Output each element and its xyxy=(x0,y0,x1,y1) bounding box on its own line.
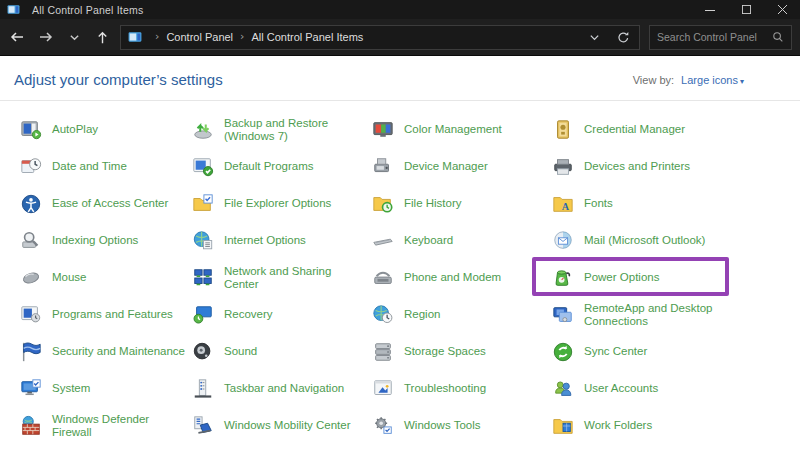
item-mail-microsoft-outlook[interactable]: Mail (Microsoft Outlook) xyxy=(552,222,790,259)
fonts-icon: A xyxy=(552,193,574,215)
item-label: Mail (Microsoft Outlook) xyxy=(584,234,705,247)
color-management-icon xyxy=(372,119,394,141)
item-label: File History xyxy=(404,197,462,210)
breadcrumb-separator: › xyxy=(240,30,244,43)
address-bar[interactable]: › Control Panel › All Control Panel Item… xyxy=(120,25,640,50)
window-controls xyxy=(692,0,800,19)
breadcrumb-root[interactable]: Control Panel xyxy=(166,31,233,43)
view-by-dropdown[interactable]: Large icons▾ xyxy=(681,74,744,86)
item-indexing-options[interactable]: Indexing Options xyxy=(20,222,192,259)
devices-printers-icon xyxy=(552,156,574,178)
item-windows-tools[interactable]: Windows Tools xyxy=(372,407,552,444)
item-phone-and-modem[interactable]: Phone and Modem xyxy=(372,259,552,296)
nav-arrows xyxy=(0,26,120,48)
item-label: Backup and Restore(Windows 7) xyxy=(224,117,328,143)
item-system[interactable]: System xyxy=(20,370,192,407)
item-taskbar-and-navigation[interactable]: Taskbar and Navigation xyxy=(192,370,372,407)
item-file-explorer-options[interactable]: File Explorer Options xyxy=(192,185,372,222)
item-network-and-sharing-center[interactable]: Network and SharingCenter xyxy=(192,259,372,296)
item-keyboard[interactable]: Keyboard xyxy=(372,222,552,259)
item-label: User Accounts xyxy=(584,382,658,395)
item-device-manager[interactable]: Device Manager xyxy=(372,148,552,185)
window-title: All Control Panel Items xyxy=(32,4,143,16)
mobility-center-icon xyxy=(192,415,214,437)
item-devices-and-printers[interactable]: Devices and Printers xyxy=(552,148,790,185)
sound-icon xyxy=(192,341,214,363)
maximize-button[interactable] xyxy=(728,0,764,19)
item-user-accounts[interactable]: User Accounts xyxy=(552,370,790,407)
item-color-management[interactable]: Color Management xyxy=(372,111,552,148)
search-input[interactable] xyxy=(657,31,772,43)
work-folders-icon xyxy=(552,415,574,437)
item-label: Windows DefenderFirewall xyxy=(52,413,149,439)
item-sync-center[interactable]: Sync Center xyxy=(552,333,790,370)
up-button[interactable] xyxy=(92,26,114,48)
item-ease-of-access-center[interactable]: Ease of Access Center xyxy=(20,185,192,222)
backup-restore-icon xyxy=(192,119,214,141)
indexing-options-icon xyxy=(20,230,42,252)
item-label: Windows Mobility Center xyxy=(224,419,351,432)
item-region[interactable]: Region xyxy=(372,296,552,333)
user-accounts-icon xyxy=(552,378,574,400)
item-file-history[interactable]: File History xyxy=(372,185,552,222)
item-label: Devices and Printers xyxy=(584,160,690,173)
item-label: Keyboard xyxy=(404,234,453,247)
internet-options-icon xyxy=(192,230,214,252)
item-internet-options[interactable]: Internet Options xyxy=(192,222,372,259)
item-credential-manager[interactable]: Credential Manager xyxy=(552,111,790,148)
title-bar: All Control Panel Items xyxy=(0,0,800,19)
close-button[interactable] xyxy=(764,0,800,19)
item-label: Programs and Features xyxy=(52,308,173,321)
system-icon xyxy=(20,378,42,400)
item-windows-mobility-center[interactable]: Windows Mobility Center xyxy=(192,407,372,444)
item-fonts[interactable]: AFonts xyxy=(552,185,790,222)
autoplay-icon xyxy=(20,119,42,141)
recovery-icon xyxy=(192,304,214,326)
breadcrumb-current[interactable]: All Control Panel Items xyxy=(251,31,363,43)
recent-locations-button[interactable] xyxy=(63,26,85,48)
item-autoplay[interactable]: AutoPlay xyxy=(20,111,192,148)
item-recovery[interactable]: Recovery xyxy=(192,296,372,333)
item-sound[interactable]: Sound xyxy=(192,333,372,370)
view-by-label: View by: xyxy=(633,74,674,86)
minimize-button[interactable] xyxy=(692,0,728,19)
forward-button[interactable] xyxy=(35,26,57,48)
item-remoteapp-and-desktop-connections[interactable]: RemoteApp and DesktopConnections xyxy=(552,296,790,333)
search-icon[interactable] xyxy=(772,31,784,43)
item-label: Security and Maintenance xyxy=(52,345,185,358)
date-time-icon xyxy=(20,156,42,178)
page-title: Adjust your computer’s settings xyxy=(14,71,223,88)
item-windows-defender-firewall[interactable]: Windows DefenderFirewall xyxy=(20,407,192,444)
file-history-icon xyxy=(372,193,394,215)
item-mouse[interactable]: Mouse xyxy=(20,259,192,296)
item-storage-spaces[interactable]: Storage Spaces xyxy=(372,333,552,370)
control-panel-window: { "window": { "title": "All Control Pane… xyxy=(0,0,800,472)
address-dropdown-button[interactable] xyxy=(589,32,600,43)
svg-text:A: A xyxy=(562,200,570,211)
item-date-and-time[interactable]: Date and Time xyxy=(20,148,192,185)
refresh-button[interactable] xyxy=(616,30,630,44)
item-label: Date and Time xyxy=(52,160,127,173)
item-label: Default Programs xyxy=(224,160,313,173)
item-label: Indexing Options xyxy=(52,234,138,247)
keyboard-icon xyxy=(372,230,394,252)
item-label: Network and SharingCenter xyxy=(224,265,331,291)
item-security-and-maintenance[interactable]: Security and Maintenance xyxy=(20,333,192,370)
item-troubleshooting[interactable]: Troubleshooting xyxy=(372,370,552,407)
item-label: Sound xyxy=(224,345,257,358)
navigation-bar: › Control Panel › All Control Panel Item… xyxy=(0,19,800,56)
item-label: Recovery xyxy=(224,308,273,321)
device-manager-icon xyxy=(372,156,394,178)
item-label: File Explorer Options xyxy=(224,197,331,210)
item-backup-and-restore-windows-7[interactable]: Backup and Restore(Windows 7) xyxy=(192,111,372,148)
search-box xyxy=(649,25,792,50)
troubleshooting-icon xyxy=(372,378,394,400)
content-header: Adjust your computer’s settings View by:… xyxy=(0,56,800,101)
control-panel-window-icon xyxy=(7,3,20,16)
item-label: Ease of Access Center xyxy=(52,197,168,210)
item-power-options[interactable]: Power Options xyxy=(552,259,790,296)
item-work-folders[interactable]: Work Folders xyxy=(552,407,790,444)
item-programs-and-features[interactable]: Programs and Features xyxy=(20,296,192,333)
back-button[interactable] xyxy=(6,26,28,48)
item-default-programs[interactable]: Default Programs xyxy=(192,148,372,185)
